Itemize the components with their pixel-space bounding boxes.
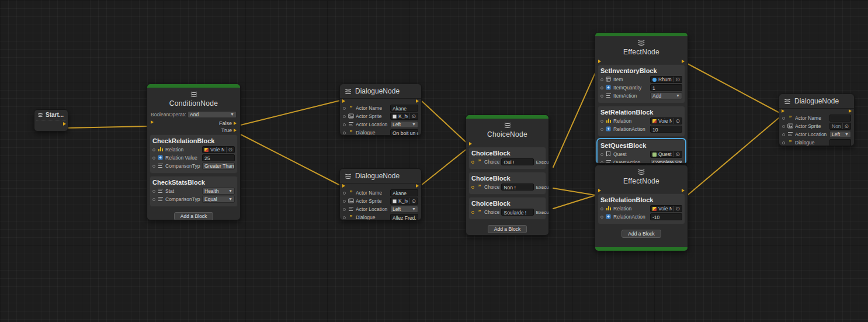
relation-value-input[interactable]: 25: [202, 154, 235, 161]
input-port-icon[interactable]: [151, 120, 154, 124]
relation-object-field[interactable]: Voie Noire (SO_Faction)⊙: [650, 205, 682, 212]
condition-node[interactable]: ConditionNode BooleanOperator And▼ False…: [147, 84, 241, 220]
object-picker-icon[interactable]: ⊙: [673, 118, 680, 124]
comparison-type-dropdown[interactable]: Greater Than Or Equal▼: [202, 162, 235, 169]
field-port[interactable]: [600, 216, 603, 219]
start-node[interactable]: Start...: [34, 109, 68, 131]
object-picker-icon[interactable]: ⊙: [673, 77, 680, 82]
input-port-icon[interactable]: [342, 184, 345, 188]
field-port[interactable]: [782, 141, 785, 144]
edge[interactable]: [238, 133, 340, 185]
stat-dropdown[interactable]: Health▼: [202, 188, 235, 195]
object-picker-icon[interactable]: ⊙: [409, 198, 416, 204]
add-block-button[interactable]: Add a Block: [174, 212, 213, 220]
actor-sprite-object-field[interactable]: None (Sprite)⊙: [829, 123, 851, 130]
choice-block-3[interactable]: ChoiceBlock ” Choice Soularde ! Executio…: [468, 197, 546, 220]
field-port[interactable]: [471, 186, 474, 189]
check-stats-block[interactable]: CheckStatsBlock Stat Health▼ ComparisonT…: [150, 176, 238, 207]
edge[interactable]: [553, 195, 596, 209]
quest-object-field[interactable]: Quest1 (SO_Quest)⊙: [650, 151, 682, 158]
actor-location-dropdown[interactable]: Left▼: [390, 206, 418, 213]
field-port[interactable]: [471, 211, 474, 214]
edge[interactable]: [238, 101, 340, 126]
effect-node-bottom[interactable]: EffectNode SetRelationBlock Relation Voi…: [595, 165, 688, 251]
edge[interactable]: [688, 64, 783, 115]
false-output-port-icon[interactable]: [234, 122, 237, 125]
field-port[interactable]: [343, 192, 346, 195]
edge[interactable]: [553, 188, 596, 195]
field-port[interactable]: [600, 86, 603, 89]
edge[interactable]: [66, 126, 150, 128]
choice-input[interactable]: Soularde !: [501, 209, 534, 216]
relation-object-field[interactable]: Voie Noire (SO_Faction)⊙: [202, 146, 235, 153]
field-port[interactable]: [152, 148, 155, 151]
item-object-field[interactable]: Rhum (SO_Item)⊙: [650, 76, 682, 83]
quest-action-dropdown[interactable]: Complete Step▼: [650, 159, 682, 164]
input-port-icon[interactable]: [469, 142, 472, 146]
dialogue-input[interactable]: [829, 139, 851, 146]
comparison-type-dropdown[interactable]: Equal▼: [202, 196, 235, 203]
field-port[interactable]: [471, 161, 474, 164]
field-port[interactable]: [600, 153, 603, 156]
choice-block-1[interactable]: ChoiceBlock ” Choice Oui ! Execution...: [468, 147, 546, 169]
object-picker-icon[interactable]: ⊙: [842, 123, 849, 129]
relation-action-input[interactable]: 10: [650, 126, 682, 133]
graph-canvas[interactable]: Start... ConditionNode BooleanOperator A…: [0, 0, 868, 322]
field-port[interactable]: [152, 165, 155, 168]
input-port-icon[interactable]: [598, 60, 601, 63]
edge[interactable]: [421, 101, 470, 146]
field-port[interactable]: [600, 207, 603, 210]
check-relation-block[interactable]: CheckRelationBlock Relation Voie Noire (…: [150, 134, 238, 174]
add-block-button[interactable]: Add a Block: [488, 225, 527, 233]
input-port-icon[interactable]: [342, 99, 345, 103]
field-port[interactable]: [782, 117, 785, 120]
edge[interactable]: [421, 146, 470, 185]
input-port-icon[interactable]: [782, 109, 784, 113]
actor-sprite-object-field[interactable]: K_head⊙: [390, 198, 418, 205]
dialogue-node-top[interactable]: DialogueNode ” Actor Name Akane Actor Sp…: [339, 84, 422, 136]
field-port[interactable]: [343, 131, 346, 134]
set-relation-block[interactable]: SetRelationBlock Relation Voie Noire (SO…: [598, 106, 685, 137]
field-port[interactable]: [343, 123, 346, 126]
field-port[interactable]: [152, 198, 155, 201]
field-port[interactable]: [152, 157, 155, 160]
field-port[interactable]: [600, 120, 603, 123]
set-inventory-block[interactable]: SetInventoryBlock Item Rhum (SO_Item)⊙ I…: [598, 64, 685, 103]
choice-input[interactable]: Oui !: [501, 158, 534, 165]
field-port[interactable]: [600, 95, 603, 98]
choice-input[interactable]: Non !: [501, 183, 534, 191]
field-port[interactable]: [600, 161, 603, 164]
actor-name-input[interactable]: Akane: [390, 105, 418, 112]
field-port[interactable]: [343, 107, 346, 110]
field-port[interactable]: [600, 128, 603, 131]
dialogue-input[interactable]: Allez Fred, viens boir: [390, 214, 418, 220]
actor-location-dropdown[interactable]: Left▼: [829, 131, 851, 138]
actor-sprite-object-field[interactable]: K_head⊙: [390, 113, 418, 120]
boolean-operator-dropdown[interactable]: And▼: [188, 111, 237, 118]
actor-name-input[interactable]: [829, 115, 851, 122]
object-picker-icon[interactable]: ⊙: [409, 113, 416, 119]
true-output-port-icon[interactable]: [234, 129, 237, 132]
object-picker-icon[interactable]: ⊙: [226, 147, 232, 153]
edge[interactable]: [553, 64, 599, 167]
output-port-icon[interactable]: [63, 122, 66, 126]
object-picker-icon[interactable]: ⊙: [673, 151, 680, 157]
dialogue-node-right[interactable]: DialogueNode ” Actor Name Actor Sprite N…: [779, 94, 855, 146]
dialogue-input[interactable]: On boit un coup p'tit: [390, 129, 418, 136]
output-port-icon[interactable]: [849, 109, 852, 113]
effect-node-top[interactable]: EffectNode SetInventoryBlock Item Rhum (…: [595, 32, 688, 164]
item-quantity-input[interactable]: 1: [650, 84, 682, 91]
set-quest-block-selected[interactable]: SetQuestBlock Quest Quest1 (SO_Quest)⊙ Q…: [598, 139, 685, 164]
dialogue-node-bottom[interactable]: DialogueNode ” Actor Name Akane Actor Sp…: [339, 168, 422, 220]
field-port[interactable]: [343, 200, 346, 203]
output-port-icon[interactable]: [682, 60, 685, 63]
actor-name-input[interactable]: Akane: [390, 189, 418, 196]
field-port[interactable]: [343, 115, 346, 118]
output-port-icon[interactable]: [682, 189, 685, 192]
actor-location-dropdown[interactable]: Left▼: [390, 121, 418, 128]
output-port-icon[interactable]: [416, 184, 419, 188]
object-picker-icon[interactable]: ⊙: [673, 206, 680, 212]
choice-node[interactable]: ChoiceNode ChoiceBlock ” Choice Oui ! Ex…: [466, 115, 549, 236]
item-action-dropdown[interactable]: Add▼: [650, 92, 682, 99]
field-port[interactable]: [343, 208, 346, 211]
